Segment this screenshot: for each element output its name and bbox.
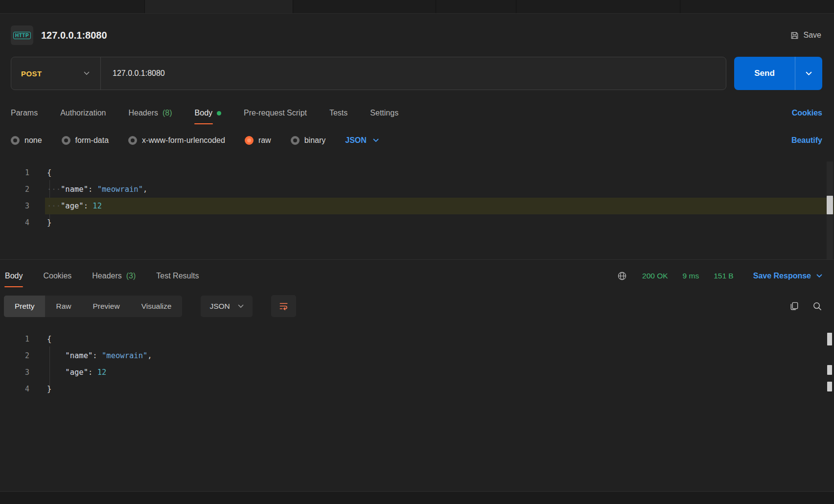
chevron-down-icon: [806, 71, 812, 76]
response-size: 151 B: [714, 272, 734, 280]
workspace-tab-strip: [0, 0, 834, 14]
network-globe-icon[interactable]: [617, 271, 627, 281]
method-label: POST: [21, 69, 42, 78]
headers-count-badge: (8): [162, 109, 172, 117]
line-number: 4: [0, 214, 29, 231]
radio-icon: [291, 136, 300, 145]
response-tab-test-results[interactable]: Test Results: [156, 267, 199, 285]
view-raw-button[interactable]: Raw: [45, 296, 82, 317]
ruler-mark: [827, 382, 832, 391]
body-type-raw[interactable]: raw: [245, 136, 271, 145]
tab-tests[interactable]: Tests: [329, 104, 348, 122]
line-number: 3: [0, 364, 29, 381]
code-line[interactable]: 4 }: [0, 214, 834, 231]
response-tabs: Body Cookies Headers (3) Test Results 20…: [5, 266, 822, 286]
send-button-group: Send: [734, 57, 822, 90]
tab-headers[interactable]: Headers (8): [129, 104, 172, 122]
save-label: Save: [804, 31, 821, 40]
send-options-button[interactable]: [795, 57, 822, 90]
code-line[interactable]: 2 "name": "meowrain",: [0, 347, 834, 364]
request-body-editor[interactable]: 1 { 2 ···"name": "meowrain", 3 ···"age":…: [0, 161, 834, 259]
line-number: 1: [0, 331, 29, 347]
view-visualize-button[interactable]: Visualize: [131, 296, 183, 317]
code-line[interactable]: 1 {: [0, 164, 834, 181]
chevron-down-icon: [238, 304, 244, 308]
response-toolbar-right: [789, 301, 822, 311]
body-type-x-www-form-urlencoded[interactable]: x-www-form-urlencoded: [128, 136, 225, 145]
body-modified-dot-icon: [217, 111, 221, 115]
workspace-tab-divider: [144, 0, 145, 13]
code-line[interactable]: 1 {: [0, 331, 834, 347]
workspace-tab-divider: [436, 0, 436, 13]
body-type-binary[interactable]: binary: [291, 136, 326, 145]
save-icon: [790, 31, 799, 40]
section-divider: [0, 259, 834, 260]
request-title: 127.0.0.1:8080: [41, 30, 107, 41]
tab-body[interactable]: Body: [195, 104, 221, 122]
response-tab-headers[interactable]: Headers (3): [92, 267, 136, 285]
editor-scrollbar[interactable]: [827, 161, 833, 259]
status-bar: [0, 491, 834, 504]
workspace-tab-divider: [516, 0, 516, 13]
request-header: HTTP 127.0.0.1:8080 Save: [0, 14, 834, 53]
tab-params[interactable]: Params: [11, 104, 38, 122]
search-icon: [812, 301, 822, 311]
code-line-current[interactable]: 3 ···"age": 12: [0, 198, 834, 214]
send-button[interactable]: Send: [734, 57, 795, 90]
url-bar: POST: [11, 57, 726, 90]
chevron-down-icon: [816, 274, 822, 278]
url-input[interactable]: [101, 69, 726, 78]
workspace-tab-divider: [293, 0, 293, 13]
line-number: 1: [0, 164, 29, 181]
tab-pre-request-script[interactable]: Pre-request Script: [244, 104, 307, 122]
response-body-viewer[interactable]: 1 { 2 "name": "meowrain", 3 "age": 12 4 …: [0, 325, 834, 456]
body-type-form-data[interactable]: form-data: [62, 136, 109, 145]
copy-icon: [789, 301, 799, 311]
beautify-link[interactable]: Beautify: [791, 136, 822, 145]
response-time: 9 ms: [683, 272, 699, 280]
copy-button[interactable]: [789, 301, 799, 311]
status-badge: 200 OK: [642, 272, 668, 280]
response-meta: 200 OK 9 ms 151 B Save Response: [617, 271, 822, 281]
save-response-button[interactable]: Save Response: [753, 272, 822, 280]
body-language-selector[interactable]: JSON: [345, 136, 379, 145]
code-line[interactable]: 2 ···"name": "meowrain",: [0, 181, 834, 198]
workspace-tab-active[interactable]: [145, 0, 293, 13]
tab-settings[interactable]: Settings: [370, 104, 398, 122]
url-row: POST Send: [11, 57, 822, 90]
line-number: 3: [0, 198, 29, 214]
code-line[interactable]: 3 "age": 12: [0, 364, 834, 381]
response-tab-cookies[interactable]: Cookies: [43, 267, 71, 285]
line-number: 2: [0, 347, 29, 364]
radio-icon: [11, 136, 20, 145]
scrollbar-thumb[interactable]: [827, 196, 833, 214]
radio-selected-icon: [245, 136, 254, 145]
view-preview-button[interactable]: Preview: [82, 296, 131, 317]
workspace-tab-divider: [680, 0, 680, 13]
ruler-mark: [827, 333, 832, 345]
tab-authorization[interactable]: Authorization: [60, 104, 106, 122]
method-selector[interactable]: POST: [11, 57, 100, 90]
line-number: 4: [0, 381, 29, 397]
line-number: 2: [0, 181, 29, 198]
cookies-link[interactable]: Cookies: [792, 109, 822, 117]
wrap-lines-icon: [278, 301, 289, 311]
response-tab-body[interactable]: Body: [5, 267, 23, 285]
response-language-selector[interactable]: JSON: [201, 296, 252, 317]
search-button[interactable]: [812, 301, 822, 311]
response-toolbar: Pretty Raw Preview Visualize JSON: [4, 295, 822, 317]
view-pretty-button[interactable]: Pretty: [4, 296, 45, 317]
chevron-down-icon: [373, 138, 379, 142]
radio-icon: [62, 136, 70, 145]
save-button[interactable]: Save: [790, 31, 821, 40]
http-icon-label: HTTP: [13, 32, 31, 39]
http-protocol-icon: HTTP: [11, 25, 33, 45]
response-headers-count-badge: (3): [126, 272, 136, 280]
radio-icon: [128, 136, 137, 145]
response-view-switch: Pretty Raw Preview Visualize: [4, 296, 182, 317]
ruler-mark: [827, 365, 832, 375]
body-type-none[interactable]: none: [11, 136, 42, 145]
wrap-lines-button[interactable]: [271, 295, 296, 317]
code-line[interactable]: 4 }: [0, 381, 834, 397]
chevron-down-icon: [84, 71, 90, 75]
